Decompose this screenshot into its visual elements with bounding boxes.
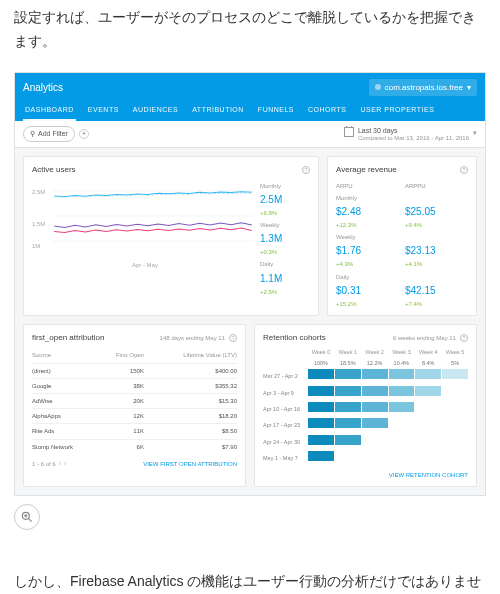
project-selector[interactable]: com.astropals.ios.free ▾ [369,79,477,97]
table-row: Rite Ads11K$8.50 [32,424,237,439]
help-icon[interactable]: ? [460,334,468,342]
tab-dashboard[interactable]: DASHBOARD [23,100,76,121]
add-filter-label: Add Filter [38,128,68,140]
attribution-table: SourceFirst OpenLifetime Value (LTV)(dir… [32,348,237,453]
cohort-heatmap: Week 0Week 1Week 2Week 3Week 4Week 5100%… [263,348,468,466]
paragraph-bottom: しかし、Firebase Analytics の機能はユーザー行動の分析だけでは… [14,570,486,594]
table-pager[interactable]: 1 - 6 of 6 ‹ › [32,458,66,470]
help-icon[interactable]: ? [229,334,237,342]
nav-tabs: DASHBOARDEVENTSAUDIENCESATTRIBUTIONFUNNE… [23,100,477,121]
app-title: Analytics [23,79,63,96]
tab-cohorts[interactable]: COHORTS [306,100,348,121]
analytics-dashboard: Analytics com.astropals.ios.free ▾ DASHB… [14,72,486,497]
chevron-left-icon[interactable]: ‹ [59,458,61,470]
chevron-down-icon: ▾ [467,81,471,95]
table-row: Google38K$355.32 [32,378,237,393]
retention-cohorts-card: Retention cohorts 6 weeks ending May 11 … [254,324,477,488]
table-row: AdWise20K$15.30 [32,394,237,409]
table-row: Stomp Network6K$7.90 [32,439,237,454]
tab-audiences[interactable]: AUDIENCES [131,100,180,121]
view-attribution-link[interactable]: VIEW FIRST OPEN ATTRIBUTION [143,459,237,469]
calendar-icon [344,127,354,137]
paragraph-top: 設定すれば、ユーザーがそのプロセスのどこで離脱しているかを把握できます。 [14,6,486,54]
project-name: com.astropals.ios.free [385,81,463,95]
tab-events[interactable]: EVENTS [86,100,121,121]
metric: Monthly2.5M+6.8% [260,181,310,218]
card-title: Average revenue [336,163,397,177]
active-users-chart: 2.5M 1.5M 1M Apr - May [32,181,254,271]
screenshot-container: Analytics com.astropals.ios.free ▾ DASHB… [14,72,486,531]
card-title: Active users [32,163,76,177]
table-row: (direct)150K$400.00 [32,363,237,378]
help-icon[interactable]: ? [302,166,310,174]
card-title: Retention cohorts [263,331,326,345]
view-cohort-link[interactable]: VIEW RETENTION COHORT [389,470,468,480]
card-subtitle: 6 weeks ending May 11 [393,333,456,343]
plus-icon[interactable]: + [79,129,89,139]
tab-user-properties[interactable]: USER PROPERTIES [358,100,436,121]
date-period: Last 30 days [358,127,469,135]
attribution-card: first_open attribution 148 days ending M… [23,324,246,488]
metric: Daily1.1M+2.5% [260,259,310,296]
filter-icon: ⚲ [30,128,35,140]
metric: Weekly1.3M+0.3% [260,220,310,257]
tab-attribution[interactable]: ATTRIBUTION [190,100,246,121]
active-users-metrics: Monthly2.5M+6.8%Weekly1.3M+0.3%Daily1.1M… [260,181,310,297]
android-icon [375,84,381,90]
ytick: 2.5M [32,187,45,197]
table-row: AlphaApps12K$18.20 [32,409,237,424]
active-users-card: Active users ? 2.5M 1.5M 1M Apr - May Mo… [23,156,319,316]
xlabel: Apr - May [132,260,158,270]
zoom-icon[interactable] [14,504,40,530]
card-subtitle: 148 days ending May 11 [160,333,225,343]
help-icon[interactable]: ? [460,166,468,174]
ytick: 1.5M [32,219,45,229]
chevron-right-icon[interactable]: › [64,458,66,470]
add-filter-button[interactable]: ⚲ Add Filter [23,126,75,142]
ytick: 1M [32,241,40,251]
pager-text: 1 - 6 of 6 [32,459,56,469]
filter-row: ⚲ Add Filter + Last 30 days Compared to … [15,121,485,148]
date-compare: Compared to Mar 13, 2016 - Apr 11, 2016 [358,135,469,142]
tab-funnels[interactable]: FUNNELS [256,100,296,121]
card-title: first_open attribution [32,331,105,345]
app-header: Analytics com.astropals.ios.free ▾ DASHB… [15,73,485,121]
svg-line-4 [29,519,32,522]
date-range-selector[interactable]: Last 30 days Compared to Mar 13, 2016 - … [344,127,477,142]
average-revenue-card: Average revenue ? ARPUARPPUMonthly$2.48+… [327,156,477,316]
chevron-down-icon: ▾ [473,127,477,139]
